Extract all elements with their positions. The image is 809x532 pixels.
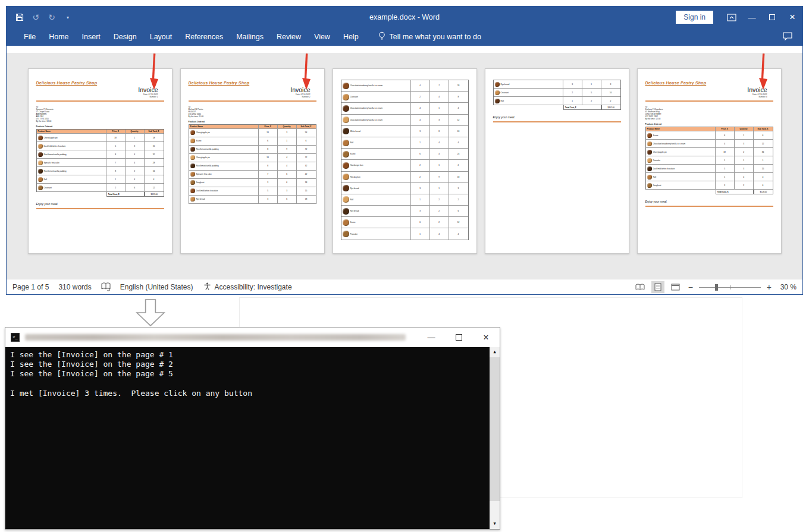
price-cell: 1 — [716, 156, 735, 164]
document-page-4[interactable]: Rye bread313Croissant2510Roll122Total Co… — [485, 68, 629, 254]
document-page-3[interactable]: Chocolate/strawberry/vanilla ice cream47… — [333, 68, 477, 254]
pastry-image — [190, 197, 195, 202]
zoom-level[interactable]: 30 % — [777, 283, 797, 291]
recipient-line: By the time: 12:00 — [645, 118, 773, 120]
console-close-button[interactable]: × — [472, 328, 500, 347]
ribbon-display-options-icon[interactable] — [722, 7, 742, 28]
print-layout-button[interactable] — [651, 281, 664, 293]
ribbon-tab-view[interactable]: View — [308, 28, 337, 46]
invoice-number: Number 3 — [645, 96, 767, 98]
product-name: Spinach, feta cake — [44, 162, 59, 164]
product-name-cell: Chocolate/strawberry/vanilla ice cream — [341, 115, 411, 125]
scrollbar-thumb[interactable] — [490, 357, 500, 501]
zoom-slider[interactable] — [699, 283, 761, 291]
product-row: Rice/lemon/vanilla pudding8432 — [37, 150, 164, 159]
product-name-cell: Roll — [37, 175, 106, 183]
price-cell: 4 — [411, 80, 430, 91]
zoom-in-button[interactable]: + — [766, 282, 773, 292]
total-row: Total Cost, $$126.00 — [645, 190, 773, 194]
console-window: >_ — × I see the [Invoice] on the page #… — [5, 327, 500, 530]
product-row: Cherry/apple pie18354 — [189, 129, 316, 137]
document-page-5[interactable]: Delicious House Pastry ShopInvoiceDate: … — [637, 68, 782, 254]
console-output[interactable]: I see the [Invoice] on the page # 1I see… — [5, 347, 500, 529]
ribbon-tab-help[interactable]: Help — [337, 28, 365, 46]
comments-icon[interactable] — [782, 32, 793, 43]
price-cell: 4 — [411, 103, 430, 114]
product-row: Pancake111 — [646, 156, 773, 165]
language-indicator[interactable]: English (United States) — [120, 283, 193, 291]
minimize-button[interactable]: — — [742, 7, 762, 28]
product-row: Doughnut3618 — [189, 179, 316, 187]
zoom-out-button[interactable]: − — [687, 282, 694, 292]
product-row: Hamburger bun212 — [341, 160, 468, 171]
header-cell: Sub Total, $ — [754, 127, 773, 131]
ribbon-tab-insert[interactable]: Insert — [76, 28, 107, 46]
save-icon[interactable] — [15, 12, 24, 22]
price-cell: 2 — [411, 172, 430, 182]
scroll-up-icon[interactable]: ▲ — [490, 347, 500, 357]
scroll-down-icon[interactable]: ▼ — [490, 519, 500, 529]
pastry-image — [343, 151, 349, 158]
pastry-image — [343, 162, 349, 169]
quantity-cell: 4 — [278, 154, 297, 162]
document-page-2[interactable]: Delicious House Pastry ShopInvoiceDate: … — [180, 68, 325, 254]
quantity-cell: 6 — [278, 196, 297, 203]
product-name-cell: Rice/lemon/vanilla pudding — [189, 162, 259, 170]
ribbon-tab-layout[interactable]: Layout — [143, 28, 179, 46]
quantity-cell: 4 — [735, 173, 754, 181]
header-cell: Product Name — [646, 127, 716, 131]
product-name: Pancake — [350, 233, 358, 235]
console-line: I see the [Invoice] on the page # 1 — [10, 350, 485, 360]
pastry-image — [647, 141, 652, 146]
customize-quick-access-icon[interactable]: ▾ — [63, 12, 73, 22]
product-name-cell: Croissant — [341, 92, 411, 102]
total-cost-label: Total Cost, $ — [106, 192, 145, 197]
ribbon-tab-home[interactable]: Home — [42, 28, 75, 46]
word-titlebar: ↺ ↻ ▾ example.docx - Word Sign in — × — [7, 7, 802, 28]
quantity-cell: 4 — [430, 92, 449, 102]
ribbon-tab-references[interactable]: References — [178, 28, 230, 46]
product-name-cell: Roll — [646, 173, 716, 181]
ribbon-tab-file[interactable]: File — [17, 28, 42, 46]
recipient-line: By the time: 11:00 — [189, 115, 316, 118]
subtotal-cell: 2 — [449, 160, 468, 171]
price-cell: 3 — [411, 183, 430, 194]
ribbon-tab-review[interactable]: Review — [270, 28, 308, 46]
product-name-cell: Chocolate/strawberry/vanilla ice cream — [341, 80, 411, 91]
invoice-number: Number 1 — [36, 96, 158, 98]
price-cell: 7 — [106, 159, 126, 166]
web-layout-button[interactable] — [669, 281, 682, 293]
products-ordered-label: Products Ordered: — [189, 121, 316, 123]
proofing-icon[interactable] — [101, 282, 111, 291]
page-indicator[interactable]: Page 1 of 5 — [12, 283, 49, 291]
ribbon-tab-design[interactable]: Design — [107, 28, 143, 46]
product-name: Croissant — [44, 187, 52, 189]
subtotal-cell: 6 — [449, 206, 468, 216]
close-button[interactable]: × — [782, 7, 802, 28]
subtotal-cell: 18 — [145, 134, 164, 141]
subtotal-cell: 6 — [754, 181, 773, 189]
redo-icon[interactable]: ↻ — [47, 12, 57, 22]
ribbon-tab-mailings[interactable]: Mailings — [230, 28, 270, 46]
read-mode-button[interactable] — [634, 281, 647, 293]
zoom-slider-thumb[interactable] — [715, 284, 718, 291]
undo-icon[interactable]: ↺ — [31, 12, 40, 22]
document-page-1[interactable]: Delicious House Pastry ShopInvoiceDate: … — [28, 68, 173, 254]
tell-me-box[interactable]: Tell me what you want to do — [378, 32, 481, 42]
console-minimize-button[interactable]: — — [418, 328, 445, 347]
console-maximize-button[interactable] — [445, 328, 472, 347]
pastry-image — [38, 160, 43, 165]
product-name: Scone — [653, 134, 659, 137]
product-row: Roll122 — [494, 97, 620, 105]
maximize-button[interactable] — [762, 7, 782, 28]
price-cell: 18 — [259, 154, 278, 162]
word-count[interactable]: 310 words — [58, 283, 91, 291]
product-name: Chocolate/strawberry/vanilla ice cream — [350, 107, 383, 109]
console-scrollbar[interactable]: ▲ ▼ — [490, 347, 500, 529]
subtotal-cell: 6 — [297, 137, 316, 145]
product-name: Scone — [350, 221, 356, 223]
accessibility-status[interactable]: Accessibility: Investigate — [203, 282, 292, 292]
sign-in-button[interactable]: Sign in — [676, 11, 713, 24]
price-cell: 1 — [563, 97, 582, 105]
product-name: Rice/lemon/vanilla pudding — [196, 148, 219, 150]
